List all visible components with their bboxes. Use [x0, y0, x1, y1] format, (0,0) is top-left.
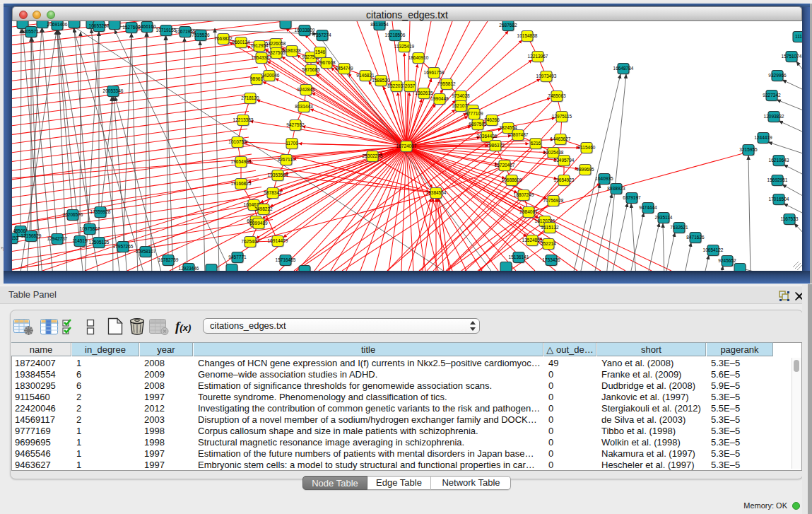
- svg-text:1362615: 1362615: [415, 90, 433, 95]
- svg-text:12093832: 12093832: [764, 114, 784, 119]
- svg-text:6897505: 6897505: [469, 122, 487, 127]
- svg-text:10719155: 10719155: [156, 28, 177, 33]
- svg-text:6099489: 6099489: [249, 221, 268, 226]
- svg-text:2967608: 2967608: [317, 60, 336, 65]
- svg-text:20053346: 20053346: [103, 88, 124, 93]
- svg-text:7485063: 7485063: [548, 93, 566, 98]
- svg-text:111: 111: [795, 34, 802, 39]
- svg-text:17359928: 17359928: [90, 209, 111, 214]
- svg-text:10025438: 10025438: [543, 150, 564, 155]
- svg-text:10154838: 10154838: [517, 33, 538, 38]
- svg-text:18640910: 18640910: [408, 55, 429, 60]
- svg-text:1167533: 1167533: [781, 216, 799, 221]
- svg-text:15136141: 15136141: [509, 255, 529, 259]
- svg-text:12213967: 12213967: [528, 54, 548, 59]
- svg-text:1546: 1546: [315, 49, 326, 54]
- svg-text:19654985: 19654985: [231, 159, 252, 164]
- svg-text:6466160: 6466160: [138, 24, 156, 29]
- svg-text:16914479: 16914479: [268, 238, 288, 243]
- svg-text:11325419: 11325419: [394, 44, 415, 49]
- svg-text:9146821: 9146821: [356, 73, 375, 78]
- svg-text:10807487: 10807487: [508, 132, 529, 137]
- svg-text:12213383: 12213383: [233, 117, 254, 122]
- svg-text:98961: 98961: [250, 76, 263, 81]
- svg-text:3267110: 3267110: [278, 157, 295, 162]
- svg-text:10688609: 10688609: [502, 177, 522, 182]
- svg-text:12975115: 12975115: [552, 114, 572, 119]
- svg-text:8660124: 8660124: [232, 40, 250, 45]
- svg-text:3498222: 3498222: [254, 206, 273, 211]
- svg-text:18724007: 18724007: [396, 144, 417, 148]
- svg-text:19384554: 19384554: [426, 190, 447, 195]
- svg-text:8813054: 8813054: [370, 22, 389, 27]
- svg-text:1010755: 1010755: [228, 139, 247, 144]
- svg-text:252214: 252214: [541, 241, 556, 246]
- svg-text:2718120: 2718120: [241, 95, 259, 100]
- svg-text:7955812: 7955812: [437, 81, 456, 86]
- svg-text:15751074: 15751074: [782, 54, 802, 59]
- svg-text:8454749: 8454749: [335, 66, 353, 71]
- svg-text:7625402: 7625402: [241, 239, 259, 244]
- svg-text:10975867: 10975867: [80, 226, 100, 231]
- svg-text:6216: 6216: [531, 141, 541, 146]
- svg-text:9899695: 9899695: [576, 167, 594, 172]
- svg-text:405571: 405571: [23, 29, 39, 34]
- svg-text:8938923: 8938923: [607, 186, 625, 191]
- svg-text:2935114: 2935114: [655, 215, 673, 220]
- svg-text:7357274: 7357274: [313, 33, 331, 37]
- svg-text:2984067: 2984067: [519, 209, 538, 214]
- svg-text:10958107: 10958107: [136, 249, 156, 254]
- svg-text:13495794: 13495794: [554, 158, 575, 163]
- svg-text:15720407: 15720407: [495, 163, 515, 168]
- svg-text:9457771: 9457771: [228, 255, 247, 259]
- svg-text:8186328: 8186328: [283, 48, 301, 53]
- svg-text:8471626: 8471626: [686, 235, 705, 240]
- svg-text:11700: 11700: [286, 141, 298, 146]
- svg-text:39153: 39153: [12, 235, 18, 240]
- svg-text:10973493: 10973493: [536, 74, 557, 78]
- svg-text:10654122: 10654122: [703, 247, 724, 252]
- svg-text:20364436: 20364436: [477, 134, 498, 139]
- svg-text:1990448: 1990448: [430, 96, 449, 101]
- svg-text:12505135: 12505135: [89, 240, 110, 245]
- svg-text:10543362: 10543362: [252, 55, 272, 60]
- svg-text:13524851: 13524851: [522, 238, 543, 243]
- svg-text:19654923: 19654923: [554, 177, 575, 182]
- svg-text:8322037: 8322037: [387, 83, 406, 88]
- svg-text:25302275: 25302275: [363, 153, 383, 158]
- svg-text:70756928: 70756928: [543, 198, 564, 203]
- svg-text:7663822: 7663822: [214, 36, 233, 41]
- svg-text:1733426: 1733426: [542, 257, 560, 262]
- svg-text:20206576: 20206576: [63, 212, 83, 217]
- svg-text:9474444: 9474444: [639, 205, 657, 210]
- svg-text:9734028: 9734028: [452, 93, 470, 98]
- svg-text:15716485: 15716485: [276, 257, 296, 262]
- svg-text:5878342: 5878342: [264, 190, 282, 195]
- svg-text:10653267: 10653267: [89, 23, 110, 28]
- svg-text:15692951: 15692951: [767, 177, 788, 182]
- svg-text:2037: 2037: [405, 83, 416, 88]
- svg-text:18807249: 18807249: [514, 192, 534, 197]
- svg-text:746266: 746266: [484, 117, 500, 122]
- svg-text:7986372: 7986372: [486, 143, 505, 148]
- svg-text:8031443: 8031443: [295, 104, 313, 109]
- svg-text:1640935: 1640935: [595, 176, 613, 181]
- svg-text:7515526: 7515526: [192, 33, 210, 37]
- svg-text:7632621: 7632621: [670, 225, 688, 230]
- svg-text:1244419: 1244419: [754, 135, 772, 140]
- svg-text:20691406: 20691406: [47, 22, 68, 27]
- svg-text:14463627: 14463627: [551, 136, 571, 141]
- svg-text:9227342: 9227342: [763, 93, 781, 98]
- svg-text:6379197: 6379197: [623, 195, 641, 200]
- svg-text:5875685: 5875685: [302, 67, 320, 72]
- svg-text:114519: 114519: [72, 238, 88, 243]
- svg-text:1588520: 1588520: [372, 78, 390, 83]
- svg-text:9777109: 9777109: [465, 111, 483, 116]
- svg-text:9115460: 9115460: [578, 145, 596, 150]
- svg-text:16210643: 16210643: [769, 158, 789, 163]
- svg-text:17957265: 17957265: [113, 244, 134, 249]
- svg-text:2687682: 2687682: [499, 23, 517, 28]
- svg-text:16961758: 16961758: [424, 70, 445, 75]
- svg-text:53226058: 53226058: [266, 41, 286, 46]
- svg-text:12156829: 12156829: [21, 233, 42, 238]
